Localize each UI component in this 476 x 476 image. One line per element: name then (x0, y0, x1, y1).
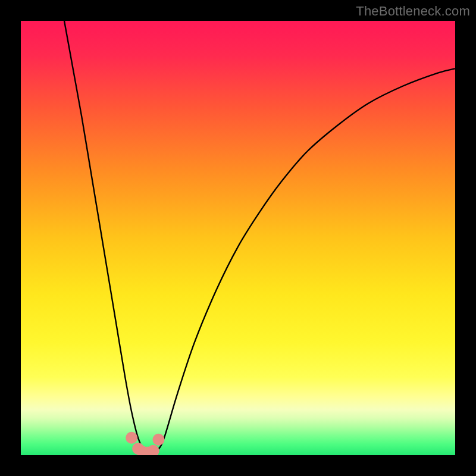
gradient-background (21, 21, 455, 455)
chart-frame: TheBottleneck.com (0, 0, 476, 476)
plot-svg (21, 21, 455, 455)
curve-marker (126, 432, 137, 444)
watermark-text: TheBottleneck.com (356, 4, 470, 19)
plot-area (21, 21, 455, 455)
curve-marker (152, 434, 164, 446)
